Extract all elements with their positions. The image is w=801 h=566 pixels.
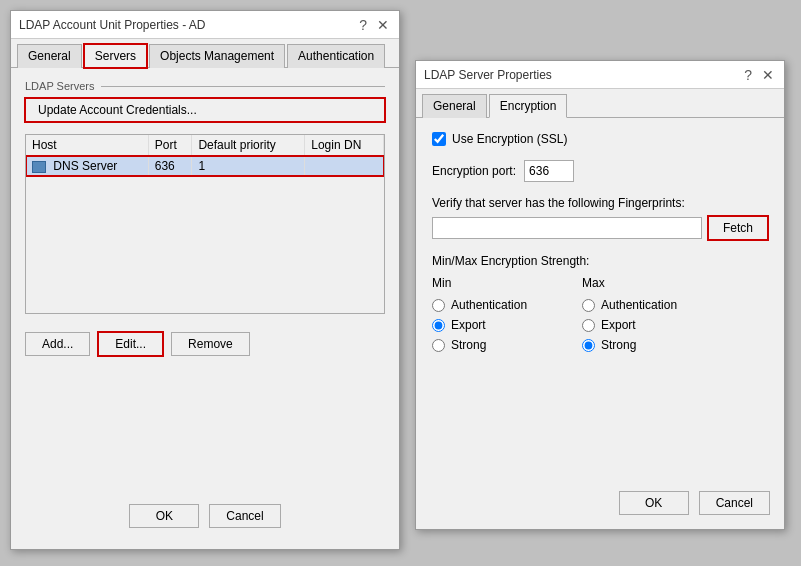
- left-window-close-btn[interactable]: ✕: [375, 18, 391, 32]
- col-login-dn: Login DN: [305, 135, 384, 156]
- col-default-priority: Default priority: [192, 135, 305, 156]
- left-window-tabs: General Servers Objects Management Authe…: [11, 39, 399, 68]
- add-btn[interactable]: Add...: [25, 332, 90, 356]
- min-export-label: Export: [451, 318, 486, 332]
- cell-host: DNS Server: [26, 156, 148, 177]
- tab-general-right[interactable]: General: [422, 94, 487, 118]
- max-authentication-radio[interactable]: [582, 299, 595, 312]
- edit-btn[interactable]: Edit...: [98, 332, 163, 356]
- remove-btn[interactable]: Remove: [171, 332, 250, 356]
- min-export-radio[interactable]: [432, 319, 445, 332]
- max-export-radio[interactable]: [582, 319, 595, 332]
- max-column: Max Authentication Export Strong: [582, 276, 702, 352]
- use-encryption-checkbox[interactable]: [432, 132, 446, 146]
- min-strong-label: Strong: [451, 338, 486, 352]
- table-row[interactable]: DNS Server 636 1: [26, 156, 384, 177]
- left-ok-cancel: OK Cancel: [25, 504, 385, 534]
- min-label: Min: [432, 276, 552, 290]
- min-authentication-radio[interactable]: [432, 299, 445, 312]
- right-ok-cancel: OK Cancel: [619, 491, 770, 515]
- table-header-row: Host Port Default priority Login DN: [26, 135, 384, 156]
- use-encryption-row: Use Encryption (SSL): [432, 132, 768, 146]
- update-account-credentials-btn[interactable]: Update Account Credentials...: [25, 98, 385, 122]
- fetch-btn[interactable]: Fetch: [708, 216, 768, 240]
- fingerprint-row: Fetch: [432, 216, 768, 240]
- server-icon: [32, 161, 46, 173]
- col-port: Port: [148, 135, 192, 156]
- left-window-content: LDAP Servers Update Account Credentials.…: [11, 68, 399, 546]
- max-export-row: Export: [582, 318, 702, 332]
- left-cancel-btn[interactable]: Cancel: [209, 504, 280, 528]
- min-export-row: Export: [432, 318, 552, 332]
- servers-table: Host Port Default priority Login DN DNS …: [26, 135, 384, 176]
- max-strong-radio[interactable]: [582, 339, 595, 352]
- ldap-account-unit-window: LDAP Account Unit Properties - AD ? ✕ Ge…: [10, 10, 400, 550]
- max-export-label: Export: [601, 318, 636, 332]
- max-label: Max: [582, 276, 702, 290]
- left-window-titlebar: LDAP Account Unit Properties - AD ? ✕: [11, 11, 399, 39]
- tab-general[interactable]: General: [17, 44, 82, 68]
- cell-login-dn: [305, 156, 384, 177]
- min-strong-row: Strong: [432, 338, 552, 352]
- min-max-label: Min/Max Encryption Strength:: [432, 254, 768, 268]
- right-window-controls: ? ✕: [742, 68, 776, 82]
- right-window-titlebar: LDAP Server Properties ? ✕: [416, 61, 784, 89]
- ldap-server-properties-window: LDAP Server Properties ? ✕ General Encry…: [415, 60, 785, 530]
- strength-section: Min/Max Encryption Strength: Min Authent…: [432, 254, 768, 352]
- col-host: Host: [26, 135, 148, 156]
- right-cancel-btn[interactable]: Cancel: [699, 491, 770, 515]
- right-window-help-btn[interactable]: ?: [742, 68, 754, 82]
- right-ok-btn[interactable]: OK: [619, 491, 689, 515]
- encryption-port-label: Encryption port:: [432, 164, 516, 178]
- fingerprint-section: Verify that server has the following Fin…: [432, 196, 768, 240]
- strength-columns: Min Authentication Export Strong: [432, 276, 768, 352]
- max-strong-label: Strong: [601, 338, 636, 352]
- left-window-title: LDAP Account Unit Properties - AD: [19, 18, 206, 32]
- use-encryption-label: Use Encryption (SSL): [452, 132, 567, 146]
- left-window-controls: ? ✕: [357, 18, 391, 32]
- max-authentication-label: Authentication: [601, 298, 677, 312]
- min-strong-radio[interactable]: [432, 339, 445, 352]
- right-window-tabs: General Encryption: [416, 89, 784, 118]
- cell-priority: 1: [192, 156, 305, 177]
- tab-objects-management[interactable]: Objects Management: [149, 44, 285, 68]
- servers-table-container: Host Port Default priority Login DN DNS …: [25, 134, 385, 314]
- fingerprint-label: Verify that server has the following Fin…: [432, 196, 768, 210]
- encryption-port-row: Encryption port:: [432, 160, 768, 182]
- left-ok-btn[interactable]: OK: [129, 504, 199, 528]
- encryption-content: Use Encryption (SSL) Encryption port: Ve…: [416, 118, 784, 380]
- tab-servers[interactable]: Servers: [84, 44, 147, 68]
- left-window-help-btn[interactable]: ?: [357, 18, 369, 32]
- tab-authentication[interactable]: Authentication: [287, 44, 385, 68]
- min-authentication-label: Authentication: [451, 298, 527, 312]
- ldap-servers-label: LDAP Servers: [25, 80, 385, 92]
- min-authentication-row: Authentication: [432, 298, 552, 312]
- right-window-title: LDAP Server Properties: [424, 68, 552, 82]
- encryption-port-input[interactable]: [524, 160, 574, 182]
- tab-encryption[interactable]: Encryption: [489, 94, 568, 118]
- cell-port: 636: [148, 156, 192, 177]
- max-authentication-row: Authentication: [582, 298, 702, 312]
- min-column: Min Authentication Export Strong: [432, 276, 552, 352]
- max-strong-row: Strong: [582, 338, 702, 352]
- right-window-close-btn[interactable]: ✕: [760, 68, 776, 82]
- table-action-buttons: Add... Edit... Remove: [25, 332, 385, 356]
- fingerprint-input[interactable]: [432, 217, 702, 239]
